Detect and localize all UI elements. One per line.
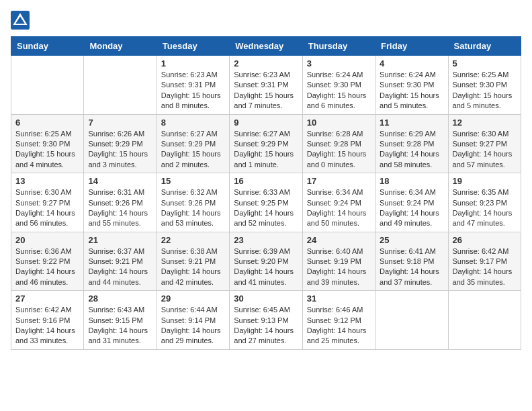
day-info: Sunrise: 6:30 AM Sunset: 9:27 PM Dayligh… xyxy=(15,187,79,229)
day-number: 18 xyxy=(380,176,443,186)
calendar-cell xyxy=(448,291,521,350)
calendar-cell: 7Sunrise: 6:26 AM Sunset: 9:29 PM Daylig… xyxy=(84,114,157,173)
column-header-saturday: Saturday xyxy=(448,37,521,56)
calendar-cell: 1Sunrise: 6:23 AM Sunset: 9:31 PM Daylig… xyxy=(157,56,229,115)
calendar-cell: 9Sunrise: 6:27 AM Sunset: 9:29 PM Daylig… xyxy=(230,114,302,173)
calendar-cell: 12Sunrise: 6:30 AM Sunset: 9:27 PM Dayli… xyxy=(448,114,521,173)
day-info: Sunrise: 6:35 AM Sunset: 9:23 PM Dayligh… xyxy=(453,187,517,229)
calendar-cell: 8Sunrise: 6:27 AM Sunset: 9:29 PM Daylig… xyxy=(157,114,229,173)
day-number: 13 xyxy=(15,176,79,186)
calendar-cell: 13Sunrise: 6:30 AM Sunset: 9:27 PM Dayli… xyxy=(11,173,84,232)
day-info: Sunrise: 6:24 AM Sunset: 9:30 PM Dayligh… xyxy=(380,70,443,111)
page-header xyxy=(11,11,521,30)
day-info: Sunrise: 6:23 AM Sunset: 9:31 PM Dayligh… xyxy=(234,70,298,111)
calendar-cell: 24Sunrise: 6:40 AM Sunset: 9:19 PM Dayli… xyxy=(302,232,375,291)
calendar-week-row: 1Sunrise: 6:23 AM Sunset: 9:31 PM Daylig… xyxy=(11,56,521,115)
day-info: Sunrise: 6:27 AM Sunset: 9:29 PM Dayligh… xyxy=(161,129,225,171)
day-info: Sunrise: 6:29 AM Sunset: 9:28 PM Dayligh… xyxy=(380,129,443,171)
column-header-thursday: Thursday xyxy=(302,37,375,56)
day-number: 21 xyxy=(88,235,152,245)
day-number: 11 xyxy=(380,118,443,128)
day-number: 30 xyxy=(234,293,298,304)
day-number: 10 xyxy=(307,118,371,128)
calendar-cell xyxy=(84,56,157,115)
calendar-cell: 4Sunrise: 6:24 AM Sunset: 9:30 PM Daylig… xyxy=(375,56,448,115)
day-info: Sunrise: 6:23 AM Sunset: 9:31 PM Dayligh… xyxy=(161,70,225,111)
day-info: Sunrise: 6:40 AM Sunset: 9:19 PM Dayligh… xyxy=(307,246,371,288)
calendar-cell: 29Sunrise: 6:44 AM Sunset: 9:14 PM Dayli… xyxy=(157,291,229,350)
calendar-cell: 26Sunrise: 6:42 AM Sunset: 9:17 PM Dayli… xyxy=(448,232,521,291)
day-number: 8 xyxy=(161,118,225,128)
day-info: Sunrise: 6:32 AM Sunset: 9:26 PM Dayligh… xyxy=(161,187,225,229)
day-number: 12 xyxy=(453,118,517,128)
calendar-cell: 18Sunrise: 6:34 AM Sunset: 9:24 PM Dayli… xyxy=(375,173,448,232)
column-header-friday: Friday xyxy=(375,37,448,56)
day-number: 25 xyxy=(380,235,443,245)
day-info: Sunrise: 6:43 AM Sunset: 9:15 PM Dayligh… xyxy=(88,305,152,347)
day-number: 3 xyxy=(307,58,371,68)
calendar-cell: 10Sunrise: 6:28 AM Sunset: 9:28 PM Dayli… xyxy=(302,114,375,173)
calendar-week-row: 13Sunrise: 6:30 AM Sunset: 9:27 PM Dayli… xyxy=(11,173,521,232)
day-info: Sunrise: 6:26 AM Sunset: 9:29 PM Dayligh… xyxy=(88,129,152,171)
day-number: 28 xyxy=(88,293,152,304)
calendar-cell: 14Sunrise: 6:31 AM Sunset: 9:26 PM Dayli… xyxy=(84,173,157,232)
calendar-cell: 2Sunrise: 6:23 AM Sunset: 9:31 PM Daylig… xyxy=(230,56,302,115)
column-header-sunday: Sunday xyxy=(11,37,84,56)
day-info: Sunrise: 6:34 AM Sunset: 9:24 PM Dayligh… xyxy=(307,187,371,229)
day-info: Sunrise: 6:44 AM Sunset: 9:14 PM Dayligh… xyxy=(161,305,225,347)
day-number: 19 xyxy=(453,176,517,186)
day-number: 2 xyxy=(234,58,298,68)
day-info: Sunrise: 6:45 AM Sunset: 9:13 PM Dayligh… xyxy=(234,305,298,347)
calendar-cell: 22Sunrise: 6:38 AM Sunset: 9:21 PM Dayli… xyxy=(157,232,229,291)
logo xyxy=(11,11,34,30)
day-number: 26 xyxy=(453,235,517,245)
day-info: Sunrise: 6:41 AM Sunset: 9:18 PM Dayligh… xyxy=(380,246,443,288)
day-number: 29 xyxy=(161,293,225,304)
calendar-cell: 3Sunrise: 6:24 AM Sunset: 9:30 PM Daylig… xyxy=(302,56,375,115)
day-number: 17 xyxy=(307,176,371,186)
calendar-cell: 28Sunrise: 6:43 AM Sunset: 9:15 PM Dayli… xyxy=(84,291,157,350)
column-header-wednesday: Wednesday xyxy=(230,37,302,56)
calendar-week-row: 20Sunrise: 6:36 AM Sunset: 9:22 PM Dayli… xyxy=(11,232,521,291)
day-info: Sunrise: 6:36 AM Sunset: 9:22 PM Dayligh… xyxy=(15,246,79,288)
calendar-cell: 5Sunrise: 6:25 AM Sunset: 9:30 PM Daylig… xyxy=(448,56,521,115)
day-number: 15 xyxy=(161,176,225,186)
day-info: Sunrise: 6:37 AM Sunset: 9:21 PM Dayligh… xyxy=(88,246,152,288)
calendar-cell: 21Sunrise: 6:37 AM Sunset: 9:21 PM Dayli… xyxy=(84,232,157,291)
day-info: Sunrise: 6:28 AM Sunset: 9:28 PM Dayligh… xyxy=(307,129,371,171)
day-info: Sunrise: 6:38 AM Sunset: 9:21 PM Dayligh… xyxy=(161,246,225,288)
day-number: 9 xyxy=(234,118,298,128)
day-number: 20 xyxy=(15,235,79,245)
calendar-cell: 11Sunrise: 6:29 AM Sunset: 9:28 PM Dayli… xyxy=(375,114,448,173)
day-number: 5 xyxy=(453,58,517,68)
day-info: Sunrise: 6:27 AM Sunset: 9:29 PM Dayligh… xyxy=(234,129,298,171)
calendar-cell: 23Sunrise: 6:39 AM Sunset: 9:20 PM Dayli… xyxy=(230,232,302,291)
day-number: 31 xyxy=(307,293,371,304)
calendar-cell: 15Sunrise: 6:32 AM Sunset: 9:26 PM Dayli… xyxy=(157,173,229,232)
calendar-table: SundayMondayTuesdayWednesdayThursdayFrid… xyxy=(11,36,521,350)
day-info: Sunrise: 6:25 AM Sunset: 9:30 PM Dayligh… xyxy=(453,70,517,111)
calendar-cell: 30Sunrise: 6:45 AM Sunset: 9:13 PM Dayli… xyxy=(230,291,302,350)
calendar-cell: 16Sunrise: 6:33 AM Sunset: 9:25 PM Dayli… xyxy=(230,173,302,232)
calendar-week-row: 27Sunrise: 6:42 AM Sunset: 9:16 PM Dayli… xyxy=(11,291,521,350)
calendar-cell: 19Sunrise: 6:35 AM Sunset: 9:23 PM Dayli… xyxy=(448,173,521,232)
day-info: Sunrise: 6:31 AM Sunset: 9:26 PM Dayligh… xyxy=(88,187,152,229)
day-info: Sunrise: 6:33 AM Sunset: 9:25 PM Dayligh… xyxy=(234,187,298,229)
calendar-cell: 31Sunrise: 6:46 AM Sunset: 9:12 PM Dayli… xyxy=(302,291,375,350)
day-info: Sunrise: 6:46 AM Sunset: 9:12 PM Dayligh… xyxy=(307,305,371,347)
day-number: 7 xyxy=(88,118,152,128)
calendar-cell xyxy=(375,291,448,350)
day-number: 6 xyxy=(15,118,79,128)
day-info: Sunrise: 6:34 AM Sunset: 9:24 PM Dayligh… xyxy=(380,187,443,229)
day-number: 14 xyxy=(88,176,152,186)
day-number: 23 xyxy=(234,235,298,245)
logo-icon xyxy=(11,11,30,30)
day-number: 1 xyxy=(161,58,225,68)
calendar-header-row: SundayMondayTuesdayWednesdayThursdayFrid… xyxy=(11,37,521,56)
day-info: Sunrise: 6:42 AM Sunset: 9:16 PM Dayligh… xyxy=(15,305,79,347)
column-header-tuesday: Tuesday xyxy=(157,37,229,56)
day-info: Sunrise: 6:25 AM Sunset: 9:30 PM Dayligh… xyxy=(15,129,79,171)
day-number: 27 xyxy=(15,293,79,304)
calendar-cell: 27Sunrise: 6:42 AM Sunset: 9:16 PM Dayli… xyxy=(11,291,84,350)
calendar-cell xyxy=(11,56,84,115)
